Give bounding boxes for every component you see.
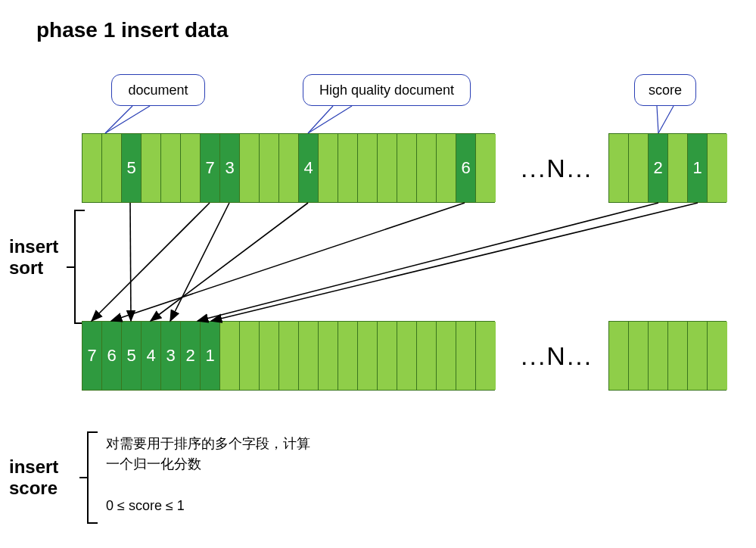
cell: 1 xyxy=(201,322,220,390)
svg-line-8 xyxy=(92,203,210,321)
svg-line-1 xyxy=(105,106,132,133)
cell xyxy=(397,322,417,390)
top-left-strip: 57346 xyxy=(82,133,495,203)
svg-line-3 xyxy=(308,106,333,133)
cell xyxy=(82,134,102,202)
cell xyxy=(279,134,299,202)
svg-line-11 xyxy=(111,203,465,321)
cell xyxy=(161,134,181,202)
callout-document: document xyxy=(111,74,205,106)
cell: 5 xyxy=(122,322,142,390)
svg-line-4 xyxy=(308,106,352,133)
cell: 3 xyxy=(161,322,181,390)
cell: 2 xyxy=(649,134,668,202)
cell xyxy=(358,322,378,390)
cell xyxy=(142,134,161,202)
cell xyxy=(299,322,319,390)
cell: 1 xyxy=(688,134,708,202)
cell xyxy=(649,322,668,390)
callout-hq-document: High quality document xyxy=(303,74,471,106)
cell: 4 xyxy=(142,322,161,390)
svg-line-9 xyxy=(170,203,229,321)
cell xyxy=(181,134,201,202)
cell xyxy=(629,322,649,390)
cell xyxy=(260,322,279,390)
cell xyxy=(417,322,437,390)
svg-line-10 xyxy=(151,203,308,321)
bracket-insert-sort xyxy=(74,210,85,324)
bottom-left-strip: 7654321 xyxy=(82,321,495,391)
cell xyxy=(688,322,708,390)
diagram-canvas: phase 1 insert data document High qualit… xyxy=(0,0,756,548)
cell xyxy=(279,322,299,390)
bracket-insert-score xyxy=(87,431,98,524)
cell xyxy=(629,134,649,202)
svg-line-12 xyxy=(198,203,658,321)
svg-line-6 xyxy=(658,106,674,133)
cell xyxy=(240,322,260,390)
cell xyxy=(102,134,122,202)
cell xyxy=(437,134,456,202)
cell xyxy=(397,134,417,202)
cell xyxy=(260,134,279,202)
cell xyxy=(456,322,476,390)
svg-line-13 xyxy=(211,203,698,321)
cell xyxy=(609,322,629,390)
cell: 6 xyxy=(102,322,122,390)
top-right-strip: 21 xyxy=(608,133,726,203)
cell xyxy=(319,322,338,390)
cell: 7 xyxy=(82,322,102,390)
callout-score: score xyxy=(634,74,696,106)
cell: 4 xyxy=(299,134,319,202)
cell xyxy=(668,322,688,390)
cell xyxy=(417,134,437,202)
cell: 2 xyxy=(181,322,201,390)
cell xyxy=(358,134,378,202)
cell xyxy=(378,322,397,390)
cell: 3 xyxy=(220,134,240,202)
cell xyxy=(338,322,358,390)
note-zh-1: 对需要用于排序的多个字段，计算 xyxy=(106,434,310,455)
cell: 7 xyxy=(201,134,220,202)
cell xyxy=(240,134,260,202)
cell xyxy=(476,322,496,390)
cell xyxy=(609,134,629,202)
cell xyxy=(338,134,358,202)
page-title: phase 1 insert data xyxy=(36,18,229,42)
bottom-right-strip xyxy=(608,321,726,391)
ellipsis-n-top: ...N... xyxy=(521,154,593,183)
cell xyxy=(378,134,397,202)
svg-line-7 xyxy=(130,203,131,321)
svg-line-2 xyxy=(105,106,150,133)
svg-line-5 xyxy=(657,106,658,133)
ellipsis-n-bottom: ...N... xyxy=(521,341,593,371)
cell xyxy=(319,134,338,202)
note-range: 0 ≤ score ≤ 1 xyxy=(106,496,185,517)
label-insert-score: insert score xyxy=(9,456,58,498)
cell xyxy=(668,134,688,202)
label-insert-sort: insert sort xyxy=(9,236,58,278)
cell xyxy=(220,322,240,390)
cell: 5 xyxy=(122,134,142,202)
cell xyxy=(476,134,496,202)
note-zh-2: 一个归一化分数 xyxy=(106,454,201,475)
cell xyxy=(708,322,727,390)
cell: 6 xyxy=(456,134,476,202)
cell xyxy=(708,134,727,202)
cell xyxy=(437,322,456,390)
